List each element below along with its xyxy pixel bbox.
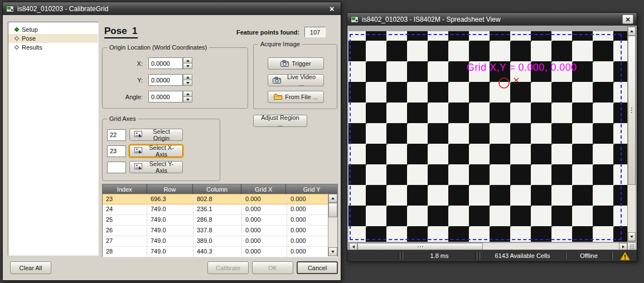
angle-input[interactable] <box>148 91 183 103</box>
select-origin-button[interactable]: Select Origin <box>129 129 183 141</box>
close-icon[interactable]: × <box>326 4 337 13</box>
select-x-axis-button-label: Select X-Axis <box>145 144 178 158</box>
scroll-up-button[interactable] <box>628 27 636 36</box>
down-arrow-icon <box>186 82 190 84</box>
table-row[interactable]: 28 749.0 440.3 0.000 0.000 <box>103 247 337 257</box>
scroll-thumb[interactable] <box>328 203 337 217</box>
feature-points-label: Feature points found: <box>236 29 299 36</box>
select-point-icon <box>134 163 142 171</box>
calibration-image[interactable]: Grid X,Y = 0.000, 0.000 <box>348 26 628 242</box>
spin-down-button[interactable] <box>183 64 192 69</box>
clear-all-button[interactable]: Clear All <box>10 261 51 274</box>
column-header-index[interactable]: Index <box>103 184 147 194</box>
from-file-button[interactable]: From File ... <box>268 91 324 103</box>
spreadsheet-body: Grid X,Y = 0.000, 0.000 <box>347 26 637 261</box>
cell-grid-x: 0.000 <box>242 194 287 204</box>
cancel-button[interactable]: Cancel <box>297 261 338 274</box>
grip-dot <box>631 110 632 111</box>
table-row[interactable]: 27 749.0 389.0 0.000 0.000 <box>103 236 337 247</box>
status-offline-mode: Offline <box>567 250 611 261</box>
cell-column: 389.0 <box>193 236 242 246</box>
select-y-axis-button[interactable]: Select Y-Axis <box>129 161 183 173</box>
x-spin-buttons <box>183 57 192 69</box>
table-row[interactable]: 23 696.3 802.8 0.000 0.000 <box>103 194 337 204</box>
scroll-down-button[interactable] <box>328 247 337 256</box>
close-icon[interactable]: × <box>622 14 633 24</box>
spin-up-button[interactable] <box>183 57 192 64</box>
cell-grid-y: 0.000 <box>287 226 329 236</box>
status-available-cells: 6143 Available Cells <box>481 250 564 261</box>
trigger-button[interactable]: Trigger <box>268 57 324 70</box>
calibrate-dialog-body: Setup Pose Results Pose 1 Feature points… <box>3 15 341 280</box>
select-origin-button-label: Select Origin <box>145 128 178 142</box>
x-spinner <box>148 57 192 69</box>
tree-item-label: Setup <box>22 26 38 33</box>
calibrate-window-titlebar[interactable]: is8402_010203 - CalibrateGrid × <box>3 2 341 15</box>
column-header-row[interactable]: Row <box>147 184 193 194</box>
column-header-column[interactable]: Column <box>193 184 241 194</box>
cell-index: 25 <box>103 215 147 225</box>
scroll-track[interactable] <box>628 36 636 232</box>
cell-grid-x: 0.000 <box>242 226 287 236</box>
warning-icon[interactable] <box>613 250 637 261</box>
angle-field-row: Angle: <box>103 91 248 103</box>
spreadsheet-window-titlebar[interactable]: is8402_010203 - IS8402M - Spreadsheet Vi… <box>347 13 637 26</box>
live-video-button[interactable]: Live Video ... <box>268 74 324 86</box>
tree-item-results[interactable]: Results <box>8 43 98 52</box>
status-separator <box>611 252 613 260</box>
grip-dot <box>418 246 419 247</box>
status-spacer <box>347 250 398 261</box>
column-header-grid-y[interactable]: Grid Y <box>286 184 337 194</box>
scroll-track[interactable] <box>328 203 337 247</box>
table-row[interactable]: 26 749.0 337.8 0.000 0.000 <box>103 226 337 236</box>
cell-column: 337.8 <box>193 226 242 236</box>
spin-up-button[interactable] <box>183 91 192 97</box>
up-arrow-icon <box>630 30 633 32</box>
y-label: Y: <box>103 77 148 84</box>
tree-item-pose[interactable]: Pose <box>8 34 98 43</box>
adjust-region-button-label: Adjust Region ... <box>258 114 302 128</box>
table-row[interactable]: 25 749.0 286.8 0.000 0.000 <box>103 215 337 226</box>
tree-item-setup[interactable]: Setup <box>8 25 98 34</box>
left-arrow-icon <box>352 245 355 248</box>
ok-button-label: OK <box>268 265 277 271</box>
x-input[interactable] <box>148 57 183 69</box>
spreadsheet-view-window: is8402_010203 - IS8402M - Spreadsheet Vi… <box>347 12 637 262</box>
down-arrow-icon <box>186 99 190 101</box>
table-row[interactable]: 24 749.0 236.1 0.000 0.000 <box>103 204 337 215</box>
table-scrollbar[interactable] <box>328 194 337 256</box>
cancel-button-label: Cancel <box>308 265 327 271</box>
y-axis-index-input[interactable] <box>107 162 126 173</box>
status-separator <box>478 252 480 260</box>
scroll-thumb[interactable] <box>628 36 636 185</box>
origin-location-group: Origin Location (World Coordinates) X: Y… <box>102 47 248 109</box>
spin-down-button[interactable] <box>183 80 192 86</box>
y-input[interactable] <box>148 74 183 86</box>
grip-dot <box>631 112 632 113</box>
cell-grid-x: 0.000 <box>242 204 287 214</box>
diamond-icon <box>14 45 19 50</box>
y-axis-row: Select Y-Axis <box>107 161 183 173</box>
cell-grid-y: 0.000 <box>287 194 329 204</box>
calibrate-button[interactable]: Calibrate <box>207 261 249 274</box>
grid-axes-group-title: Grid Axes <box>107 115 138 123</box>
cell-row: 749.0 <box>147 247 193 257</box>
ok-button[interactable]: OK <box>252 261 293 274</box>
x-axis-index-input[interactable] <box>107 145 126 157</box>
spin-down-button[interactable] <box>183 97 192 103</box>
status-bar: 1.8 ms 6143 Available Cells Offline <box>347 250 637 261</box>
scroll-down-button[interactable] <box>628 232 636 241</box>
tree-item-label: Results <box>22 44 42 51</box>
folder-icon <box>274 94 282 100</box>
column-header-grid-x[interactable]: Grid X <box>241 184 287 194</box>
cell-grid-y: 0.000 <box>287 204 329 214</box>
vertical-scrollbar[interactable] <box>627 26 636 242</box>
origin-index-input[interactable] <box>107 129 126 141</box>
scroll-up-button[interactable] <box>328 194 337 203</box>
origin-marker-icon <box>496 75 522 90</box>
cell-grid-x: 0.000 <box>242 247 287 257</box>
cell-index: 28 <box>103 247 147 257</box>
adjust-region-button[interactable]: Adjust Region ... <box>253 115 307 127</box>
spin-up-button[interactable] <box>183 74 192 80</box>
select-x-axis-button[interactable]: Select X-Axis <box>129 145 183 157</box>
